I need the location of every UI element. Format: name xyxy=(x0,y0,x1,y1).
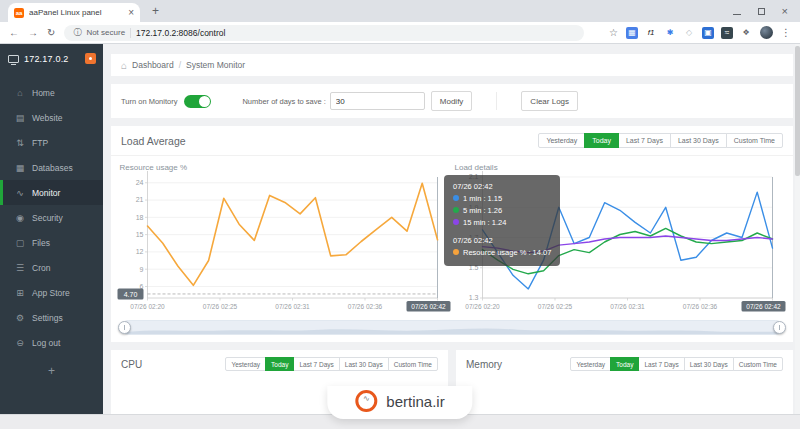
bookmark-star-icon[interactable]: ☆ xyxy=(609,27,618,38)
browser-window: aa aaPanel Linux panel × + × ← → ↻ ⓘ Not… xyxy=(0,0,800,429)
svg-text:12: 12 xyxy=(136,248,144,255)
svg-text:07/26 02:25: 07/26 02:25 xyxy=(538,303,573,310)
svg-text:24: 24 xyxy=(136,179,144,186)
scrollbar-thumb[interactable] xyxy=(795,46,800,176)
svg-text:07/26 02:36: 07/26 02:36 xyxy=(683,303,718,310)
breadcrumb-dashboard-link[interactable]: Dashboard xyxy=(132,60,174,70)
memory-header: Memory YesterdayTodayLast 7 DaysLast 30 … xyxy=(456,350,793,378)
minimize-button[interactable] xyxy=(733,14,741,15)
puzzle-extension-icon[interactable]: ❖ xyxy=(740,27,752,39)
sidebar-item-ftp[interactable]: ⇅FTP xyxy=(0,130,103,155)
datazoom-right-handle[interactable] xyxy=(773,321,786,334)
filter-custom-time-button[interactable]: Custom Time xyxy=(726,133,783,148)
1-min-dot-icon xyxy=(453,195,459,201)
window-close-button[interactable]: × xyxy=(782,6,788,17)
filter-yesterday-button[interactable]: Yesterday xyxy=(538,133,585,148)
sidebar-add-button[interactable]: + xyxy=(0,355,103,387)
sidebar-item-security[interactable]: ◉Security xyxy=(0,205,103,230)
f1-extension-icon[interactable]: f1 xyxy=(645,27,657,39)
sidebar-header: 172.17.0.2 xyxy=(0,44,103,72)
tooltip-row-5-min: 5 min : 1.26 xyxy=(453,205,551,217)
sidebar-item-website[interactable]: ▤Website xyxy=(0,105,103,130)
memory-title: Memory xyxy=(466,359,502,370)
resource-usage-svg: Resource usage %24211815129607/26 02:200… xyxy=(117,161,452,315)
cpu-title: CPU xyxy=(121,359,142,370)
log-out-icon: ⊖ xyxy=(15,338,25,348)
url-input[interactable]: ⓘ Not secure 172.17.0.2:8086/control xyxy=(64,25,584,41)
toggle-knob xyxy=(199,96,210,107)
svg-text:07/26 02:31: 07/26 02:31 xyxy=(610,303,645,310)
back-icon[interactable]: ← xyxy=(9,27,19,38)
svg-text:21: 21 xyxy=(136,196,144,203)
app-store-icon: ⊞ xyxy=(15,288,25,298)
datazoom-left-handle[interactable] xyxy=(118,321,131,334)
sidebar-item-label: App Store xyxy=(32,288,70,298)
sidebar-item-home[interactable]: ⌂Home xyxy=(0,80,103,105)
filter-yesterday-button[interactable]: Yesterday xyxy=(225,357,266,371)
forward-icon[interactable]: → xyxy=(28,27,38,38)
filter-custom-time-button[interactable]: Custom Time xyxy=(733,357,783,371)
svg-text:07/26 02:36: 07/26 02:36 xyxy=(348,303,383,310)
tab-close-icon[interactable]: × xyxy=(128,8,134,18)
filter-today-button[interactable]: Today xyxy=(610,357,639,371)
tooltip-load-time: 07/26 02:42 xyxy=(453,181,551,193)
load-average-filters: YesterdayTodayLast 7 DaysLast 30 DaysCus… xyxy=(538,133,783,148)
shield-extension-icon[interactable]: ◇ xyxy=(683,27,695,39)
filter-last-7-days-button[interactable]: Last 7 Days xyxy=(638,357,684,371)
svg-text:15: 15 xyxy=(136,231,144,238)
filter-last-30-days-button[interactable]: Last 30 Days xyxy=(670,133,727,148)
new-tab-button[interactable]: + xyxy=(152,1,159,21)
grid-extension-icon[interactable]: ▦ xyxy=(626,27,638,39)
resource-usage-dot-icon xyxy=(453,249,459,255)
watermark-link[interactable]: bertina.ir xyxy=(327,386,472,419)
extension-icons: ▦f1✱◇▣≈❖ xyxy=(626,27,752,39)
sidebar-item-settings[interactable]: ⚙Settings xyxy=(0,305,103,330)
monitor-toggle[interactable] xyxy=(184,95,211,108)
sidebar-item-files[interactable]: ▢Files xyxy=(0,230,103,255)
panel-notice-button[interactable] xyxy=(85,53,96,64)
bertina-logo-icon xyxy=(355,390,377,412)
browser-tab[interactable]: aa aaPanel Linux panel × xyxy=(8,3,140,22)
wave-extension-icon[interactable]: ≈ xyxy=(721,27,733,39)
filter-yesterday-button[interactable]: Yesterday xyxy=(570,357,611,371)
charts-row: Resource usage %24211815129607/26 02:200… xyxy=(111,156,793,315)
svg-text:07/26 02:31: 07/26 02:31 xyxy=(275,303,310,310)
reload-icon[interactable]: ↻ xyxy=(47,27,55,38)
blue-square-extension-icon[interactable]: ▣ xyxy=(702,27,714,39)
browser-menu-icon[interactable]: ⋮ xyxy=(781,27,791,38)
sidebar-item-databases[interactable]: ▦Databases xyxy=(0,155,103,180)
page-scrollbar[interactable] xyxy=(795,44,800,414)
resource-usage-chart[interactable]: Resource usage %24211815129607/26 02:200… xyxy=(117,161,452,315)
filter-custom-time-button[interactable]: Custom Time xyxy=(388,357,438,371)
clear-logs-button[interactable]: Clear Logs xyxy=(521,91,578,111)
browser-actions: ☆ ▦f1✱◇▣≈❖ ⋮ xyxy=(609,26,791,39)
svg-text:07/26 02:25: 07/26 02:25 xyxy=(203,303,238,310)
load-details-chart[interactable]: Load details2.11.91.71.51.307/26 02:2007… xyxy=(452,161,787,315)
load-average-title: Load Average xyxy=(121,135,186,147)
filter-last-7-days-button[interactable]: Last 7 Days xyxy=(293,357,339,371)
security-label: Not secure xyxy=(86,28,125,37)
sidebar-item-cron[interactable]: ☰Cron xyxy=(0,255,103,280)
sidebar-item-label: Databases xyxy=(32,163,73,173)
svg-text:07/26 02:20: 07/26 02:20 xyxy=(130,303,165,310)
sidebar-item-log-out[interactable]: ⊖Log out xyxy=(0,330,103,355)
cpu-filters: YesterdayTodayLast 7 DaysLast 30 DaysCus… xyxy=(225,357,438,371)
days-to-save-input[interactable] xyxy=(330,92,425,110)
info-icon[interactable]: ⓘ xyxy=(73,27,81,38)
profile-avatar[interactable] xyxy=(760,26,773,39)
filter-last-30-days-button[interactable]: Last 30 Days xyxy=(339,357,389,371)
window-controls: × xyxy=(733,1,800,21)
sidebar-item-monitor[interactable]: ∿Monitor xyxy=(0,180,103,205)
filter-today-button[interactable]: Today xyxy=(584,133,619,148)
filter-last-7-days-button[interactable]: Last 7 Days xyxy=(618,133,671,148)
filter-last-30-days-button[interactable]: Last 30 Days xyxy=(684,357,734,371)
svg-text:Resource usage %: Resource usage % xyxy=(120,163,188,172)
datazoom-slider[interactable] xyxy=(121,320,783,335)
sidebar-item-app-store[interactable]: ⊞App Store xyxy=(0,280,103,305)
modify-button[interactable]: Modify xyxy=(431,91,473,111)
filter-today-button[interactable]: Today xyxy=(265,357,294,371)
security-icon: ◉ xyxy=(15,213,25,223)
main-content: ⌂ Dashboard / System Monitor Turn on Mon… xyxy=(103,44,800,429)
snowflake-extension-icon[interactable]: ✱ xyxy=(664,27,676,39)
maximize-button[interactable] xyxy=(758,8,765,15)
